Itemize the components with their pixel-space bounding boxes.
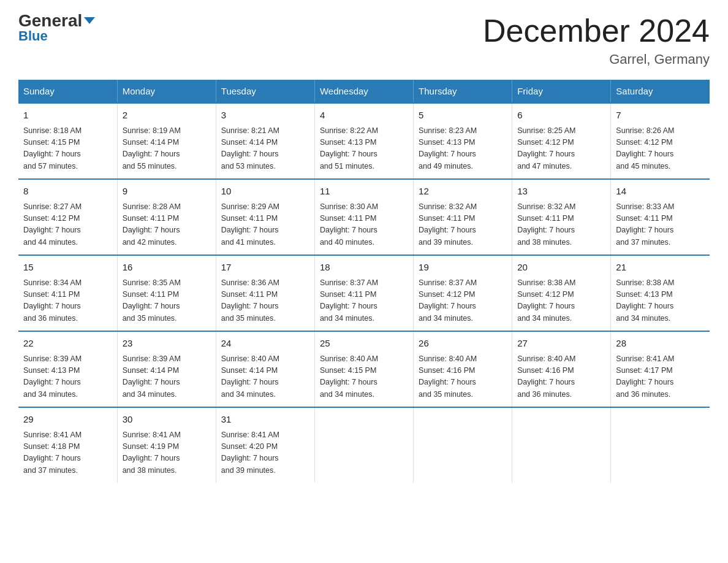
- calendar-cell: 8Sunrise: 8:27 AMSunset: 4:12 PMDaylight…: [18, 179, 117, 255]
- weekday-header: Friday: [512, 80, 611, 103]
- day-info: Sunrise: 8:29 AMSunset: 4:11 PMDaylight:…: [221, 201, 309, 249]
- page-header: General Blue December 2024 Garrel, Germa…: [18, 12, 710, 67]
- calendar-week-row: 22Sunrise: 8:39 AMSunset: 4:13 PMDayligh…: [18, 331, 710, 407]
- calendar-cell: 16Sunrise: 8:35 AMSunset: 4:11 PMDayligh…: [117, 255, 216, 331]
- day-info: Sunrise: 8:18 AMSunset: 4:15 PMDaylight:…: [23, 125, 112, 173]
- day-number: 14: [616, 185, 705, 199]
- day-number: 22: [23, 337, 112, 351]
- calendar-cell: 15Sunrise: 8:34 AMSunset: 4:11 PMDayligh…: [18, 255, 117, 331]
- day-info: Sunrise: 8:19 AMSunset: 4:14 PMDaylight:…: [123, 125, 211, 173]
- day-info: Sunrise: 8:30 AMSunset: 4:11 PMDaylight:…: [320, 201, 408, 249]
- day-number: 31: [221, 413, 309, 427]
- day-number: 4: [320, 109, 408, 123]
- calendar-cell: 25Sunrise: 8:40 AMSunset: 4:15 PMDayligh…: [314, 331, 413, 407]
- day-info: Sunrise: 8:36 AMSunset: 4:11 PMDaylight:…: [221, 277, 309, 325]
- day-info: Sunrise: 8:40 AMSunset: 4:16 PMDaylight:…: [517, 353, 605, 401]
- day-number: 2: [123, 109, 211, 123]
- day-info: Sunrise: 8:32 AMSunset: 4:11 PMDaylight:…: [419, 201, 507, 249]
- calendar-cell: 13Sunrise: 8:32 AMSunset: 4:11 PMDayligh…: [512, 179, 611, 255]
- calendar-cell: 29Sunrise: 8:41 AMSunset: 4:18 PMDayligh…: [18, 407, 117, 483]
- day-number: 18: [320, 261, 408, 275]
- day-info: Sunrise: 8:21 AMSunset: 4:14 PMDaylight:…: [221, 125, 309, 173]
- weekday-header: Saturday: [611, 80, 710, 103]
- day-number: 6: [517, 109, 605, 123]
- calendar-cell: [414, 407, 512, 483]
- day-info: Sunrise: 8:28 AMSunset: 4:11 PMDaylight:…: [123, 201, 211, 249]
- calendar-cell: 27Sunrise: 8:40 AMSunset: 4:16 PMDayligh…: [512, 331, 611, 407]
- day-number: 27: [517, 337, 605, 351]
- calendar-cell: [314, 407, 413, 483]
- day-info: Sunrise: 8:22 AMSunset: 4:13 PMDaylight:…: [320, 125, 408, 173]
- calendar-week-row: 1Sunrise: 8:18 AMSunset: 4:15 PMDaylight…: [18, 103, 710, 179]
- logo-triangle-icon: [84, 17, 95, 24]
- calendar-cell: 20Sunrise: 8:38 AMSunset: 4:12 PMDayligh…: [512, 255, 611, 331]
- day-info: Sunrise: 8:32 AMSunset: 4:11 PMDaylight:…: [517, 201, 605, 249]
- day-info: Sunrise: 8:26 AMSunset: 4:12 PMDaylight:…: [616, 125, 705, 173]
- calendar-cell: 30Sunrise: 8:41 AMSunset: 4:19 PMDayligh…: [117, 407, 216, 483]
- day-number: 28: [616, 337, 705, 351]
- calendar-cell: 26Sunrise: 8:40 AMSunset: 4:16 PMDayligh…: [414, 331, 512, 407]
- day-info: Sunrise: 8:41 AMSunset: 4:17 PMDaylight:…: [616, 353, 705, 401]
- calendar-cell: 7Sunrise: 8:26 AMSunset: 4:12 PMDaylight…: [611, 103, 710, 179]
- calendar-cell: [512, 407, 611, 483]
- calendar-cell: 5Sunrise: 8:23 AMSunset: 4:13 PMDaylight…: [414, 103, 512, 179]
- day-number: 16: [123, 261, 211, 275]
- weekday-header: Sunday: [18, 80, 117, 103]
- day-info: Sunrise: 8:37 AMSunset: 4:11 PMDaylight:…: [320, 277, 408, 325]
- calendar-week-row: 15Sunrise: 8:34 AMSunset: 4:11 PMDayligh…: [18, 255, 710, 331]
- day-number: 13: [517, 185, 605, 199]
- day-info: Sunrise: 8:41 AMSunset: 4:18 PMDaylight:…: [23, 429, 112, 477]
- calendar-cell: 18Sunrise: 8:37 AMSunset: 4:11 PMDayligh…: [314, 255, 413, 331]
- day-number: 11: [320, 185, 408, 199]
- day-number: 21: [616, 261, 705, 275]
- calendar-cell: 11Sunrise: 8:30 AMSunset: 4:11 PMDayligh…: [314, 179, 413, 255]
- day-info: Sunrise: 8:40 AMSunset: 4:16 PMDaylight:…: [419, 353, 507, 401]
- day-number: 12: [419, 185, 507, 199]
- weekday-header-row: SundayMondayTuesdayWednesdayThursdayFrid…: [18, 80, 710, 103]
- day-info: Sunrise: 8:40 AMSunset: 4:14 PMDaylight:…: [221, 353, 309, 401]
- location: Garrel, Germany: [483, 52, 710, 67]
- calendar-week-row: 29Sunrise: 8:41 AMSunset: 4:18 PMDayligh…: [18, 407, 710, 483]
- day-info: Sunrise: 8:41 AMSunset: 4:19 PMDaylight:…: [123, 429, 211, 477]
- day-info: Sunrise: 8:25 AMSunset: 4:12 PMDaylight:…: [517, 125, 605, 173]
- day-info: Sunrise: 8:34 AMSunset: 4:11 PMDaylight:…: [23, 277, 112, 325]
- calendar-cell: 1Sunrise: 8:18 AMSunset: 4:15 PMDaylight…: [18, 103, 117, 179]
- day-info: Sunrise: 8:38 AMSunset: 4:12 PMDaylight:…: [517, 277, 605, 325]
- day-info: Sunrise: 8:33 AMSunset: 4:11 PMDaylight:…: [616, 201, 705, 249]
- weekday-header: Tuesday: [216, 80, 314, 103]
- weekday-header: Wednesday: [314, 80, 413, 103]
- logo-blue: Blue: [18, 28, 48, 44]
- day-number: 25: [320, 337, 408, 351]
- calendar-cell: [611, 407, 710, 483]
- calendar-cell: 14Sunrise: 8:33 AMSunset: 4:11 PMDayligh…: [611, 179, 710, 255]
- day-number: 23: [123, 337, 211, 351]
- calendar-cell: 24Sunrise: 8:40 AMSunset: 4:14 PMDayligh…: [216, 331, 314, 407]
- month-title: December 2024: [483, 12, 710, 49]
- logo: General Blue: [18, 12, 95, 44]
- day-number: 3: [221, 109, 309, 123]
- calendar-cell: 12Sunrise: 8:32 AMSunset: 4:11 PMDayligh…: [414, 179, 512, 255]
- day-info: Sunrise: 8:23 AMSunset: 4:13 PMDaylight:…: [419, 125, 507, 173]
- day-info: Sunrise: 8:39 AMSunset: 4:14 PMDaylight:…: [123, 353, 211, 401]
- calendar-cell: 21Sunrise: 8:38 AMSunset: 4:13 PMDayligh…: [611, 255, 710, 331]
- day-number: 20: [517, 261, 605, 275]
- day-info: Sunrise: 8:39 AMSunset: 4:13 PMDaylight:…: [23, 353, 112, 401]
- day-number: 24: [221, 337, 309, 351]
- day-number: 5: [419, 109, 507, 123]
- day-number: 19: [419, 261, 507, 275]
- day-number: 17: [221, 261, 309, 275]
- logo-name: General: [18, 12, 95, 29]
- calendar-cell: 4Sunrise: 8:22 AMSunset: 4:13 PMDaylight…: [314, 103, 413, 179]
- day-number: 26: [419, 337, 507, 351]
- weekday-header: Monday: [117, 80, 216, 103]
- calendar-table: SundayMondayTuesdayWednesdayThursdayFrid…: [18, 80, 710, 483]
- calendar-cell: 10Sunrise: 8:29 AMSunset: 4:11 PMDayligh…: [216, 179, 314, 255]
- calendar-cell: 19Sunrise: 8:37 AMSunset: 4:12 PMDayligh…: [414, 255, 512, 331]
- day-info: Sunrise: 8:38 AMSunset: 4:13 PMDaylight:…: [616, 277, 705, 325]
- calendar-cell: 17Sunrise: 8:36 AMSunset: 4:11 PMDayligh…: [216, 255, 314, 331]
- day-info: Sunrise: 8:41 AMSunset: 4:20 PMDaylight:…: [221, 429, 309, 477]
- calendar-cell: 6Sunrise: 8:25 AMSunset: 4:12 PMDaylight…: [512, 103, 611, 179]
- day-info: Sunrise: 8:35 AMSunset: 4:11 PMDaylight:…: [123, 277, 211, 325]
- calendar-cell: 23Sunrise: 8:39 AMSunset: 4:14 PMDayligh…: [117, 331, 216, 407]
- day-number: 7: [616, 109, 705, 123]
